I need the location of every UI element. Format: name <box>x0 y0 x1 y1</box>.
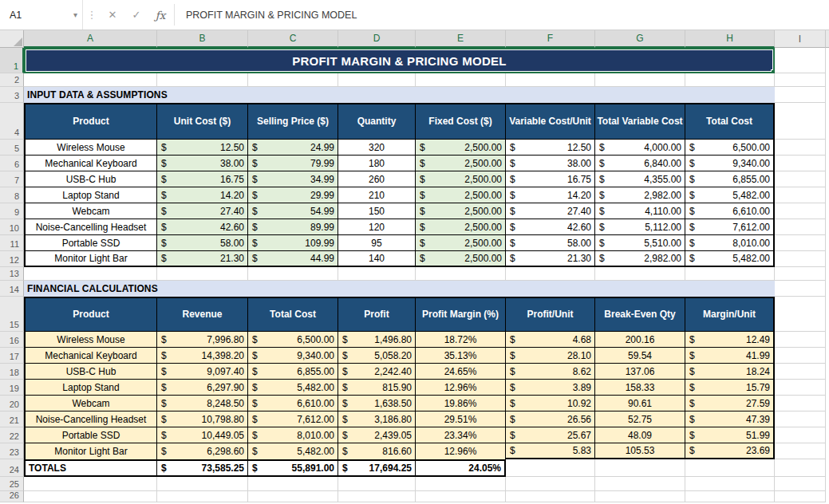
cell-I15[interactable] <box>775 297 826 332</box>
cell-E19[interactable]: 12.96% <box>416 380 506 396</box>
cell-I14[interactable] <box>775 281 826 297</box>
cell-E24[interactable]: 24.05% <box>416 459 506 477</box>
cell-I7[interactable] <box>775 171 826 187</box>
cell-B24[interactable]: $73,585.25 <box>157 459 248 477</box>
cell-H16[interactable]: $12.49 <box>685 332 775 348</box>
cell-B13[interactable] <box>157 267 248 281</box>
cell-D13[interactable] <box>338 267 416 281</box>
cell-E20[interactable]: 19.86% <box>416 396 506 411</box>
cell-I26[interactable] <box>775 491 826 502</box>
cell-E22[interactable]: 23.34% <box>416 427 506 443</box>
cell-E13[interactable] <box>416 267 506 281</box>
cell-D2[interactable] <box>338 73 416 87</box>
cell-C2[interactable] <box>248 73 338 87</box>
cell-D24[interactable]: $17,694.25 <box>338 459 416 477</box>
cell-A21[interactable]: Noise-Cancelling Headset <box>24 411 157 427</box>
section-heading-cell-A3[interactable]: INPUT DATA & ASSUMPTIONS <box>24 87 775 103</box>
cell-H26[interactable] <box>685 491 775 502</box>
cell-F12[interactable]: $21.30 <box>506 251 595 267</box>
cell-A20[interactable]: Webcam <box>24 396 157 411</box>
row-header-9[interactable]: 9 <box>0 203 24 219</box>
cell-F19[interactable]: $3.89 <box>506 380 595 396</box>
cell-C4[interactable]: Selling Price ($) <box>248 103 338 140</box>
cell-D9[interactable]: 150 <box>338 203 416 219</box>
cell-F6[interactable]: $38.00 <box>506 156 595 171</box>
cell-I9[interactable] <box>775 203 826 219</box>
cell-G13[interactable] <box>595 267 685 281</box>
cell-A4[interactable]: Product <box>24 103 157 140</box>
cell-H17[interactable]: $41.99 <box>685 348 775 364</box>
cell-B22[interactable]: $10,449.05 <box>157 427 248 443</box>
cell-C6[interactable]: $79.99 <box>248 156 338 171</box>
cell-D18[interactable]: $2,242.40 <box>338 364 416 380</box>
cell-H18[interactable]: $18.24 <box>685 364 775 380</box>
column-header-C[interactable]: C <box>248 30 338 48</box>
cell-E8[interactable]: $2,500.00 <box>416 187 506 203</box>
cell-D7[interactable]: 260 <box>338 171 416 187</box>
cell-A15[interactable]: Product <box>24 297 157 332</box>
cell-G4[interactable]: Total Variable Cost <box>595 103 685 140</box>
cell-A9[interactable]: Webcam <box>24 203 157 219</box>
cell-A22[interactable]: Portable SSD <box>24 427 157 443</box>
cell-E7[interactable]: $2,500.00 <box>416 171 506 187</box>
cell-H12[interactable]: $5,482.00 <box>685 251 775 267</box>
cell-F20[interactable]: $10.92 <box>506 396 595 411</box>
cell-I20[interactable] <box>775 396 826 411</box>
cell-F18[interactable]: $8.62 <box>506 364 595 380</box>
cell-G8[interactable]: $2,982.00 <box>595 187 685 203</box>
cell-C13[interactable] <box>248 267 338 281</box>
column-header-F[interactable]: F <box>506 30 595 48</box>
cell-F2[interactable] <box>506 73 595 87</box>
cell-C26[interactable] <box>248 491 338 502</box>
cell-B23[interactable]: $6,298.60 <box>157 443 248 459</box>
cell-G18[interactable]: 137.06 <box>595 364 685 380</box>
cell-I6[interactable] <box>775 156 826 171</box>
cell-G12[interactable]: $2,982.00 <box>595 251 685 267</box>
column-header-A[interactable]: A <box>24 30 157 48</box>
cell-G17[interactable]: 59.54 <box>595 348 685 364</box>
cell-B15[interactable]: Revenue <box>157 297 248 332</box>
row-header-13[interactable]: 13 <box>0 267 24 281</box>
cell-E9[interactable]: $2,500.00 <box>416 203 506 219</box>
cell-B21[interactable]: $10,798.80 <box>157 411 248 427</box>
cell-G11[interactable]: $5,510.00 <box>595 235 685 251</box>
cell-F5[interactable]: $12.50 <box>506 140 595 156</box>
cell-A26[interactable] <box>24 491 157 502</box>
formula-input[interactable]: PROFIT MARGIN & PRICING MODEL <box>180 0 829 30</box>
cell-B8[interactable]: $14.20 <box>157 187 248 203</box>
row-header-12[interactable]: 12 <box>0 251 24 267</box>
cell-E5[interactable]: $2,500.00 <box>416 140 506 156</box>
cell-B10[interactable]: $42.60 <box>157 219 248 235</box>
column-header-I[interactable]: I <box>775 30 826 48</box>
cell-G22[interactable]: 48.09 <box>595 427 685 443</box>
cell-E23[interactable]: 12.96% <box>416 443 506 459</box>
cell-F7[interactable]: $16.75 <box>506 171 595 187</box>
row-header-3[interactable]: 3 <box>0 87 24 103</box>
cell-D19[interactable]: $815.90 <box>338 380 416 396</box>
cell-C21[interactable]: $7,612.00 <box>248 411 338 427</box>
cell-A13[interactable] <box>24 267 157 281</box>
cell-E2[interactable] <box>416 73 506 87</box>
row-header-22[interactable]: 22 <box>0 427 24 443</box>
cell-E18[interactable]: 24.65% <box>416 364 506 380</box>
cell-B18[interactable]: $9,097.40 <box>157 364 248 380</box>
cell-H13[interactable] <box>685 267 775 281</box>
cell-B26[interactable] <box>157 491 248 502</box>
cell-E10[interactable]: $2,500.00 <box>416 219 506 235</box>
cell-D23[interactable]: $816.60 <box>338 443 416 459</box>
cell-H15[interactable]: Margin/Unit <box>685 297 775 332</box>
row-header-23[interactable]: 23 <box>0 443 24 459</box>
cell-F11[interactable]: $58.00 <box>506 235 595 251</box>
cell-D15[interactable]: Profit <box>338 297 416 332</box>
cell-I24[interactable] <box>775 459 826 477</box>
cell-H5[interactable]: $6,500.00 <box>685 140 775 156</box>
column-header-G[interactable]: G <box>595 30 685 48</box>
cell-E25[interactable] <box>416 477 506 491</box>
cell-D16[interactable]: $1,496.80 <box>338 332 416 348</box>
cell-H20[interactable]: $27.59 <box>685 396 775 411</box>
cell-I19[interactable] <box>775 380 826 396</box>
cell-D10[interactable]: 120 <box>338 219 416 235</box>
cell-G9[interactable]: $4,110.00 <box>595 203 685 219</box>
cell-E4[interactable]: Fixed Cost ($) <box>416 103 506 140</box>
cell-F15[interactable]: Profit/Unit <box>506 297 595 332</box>
